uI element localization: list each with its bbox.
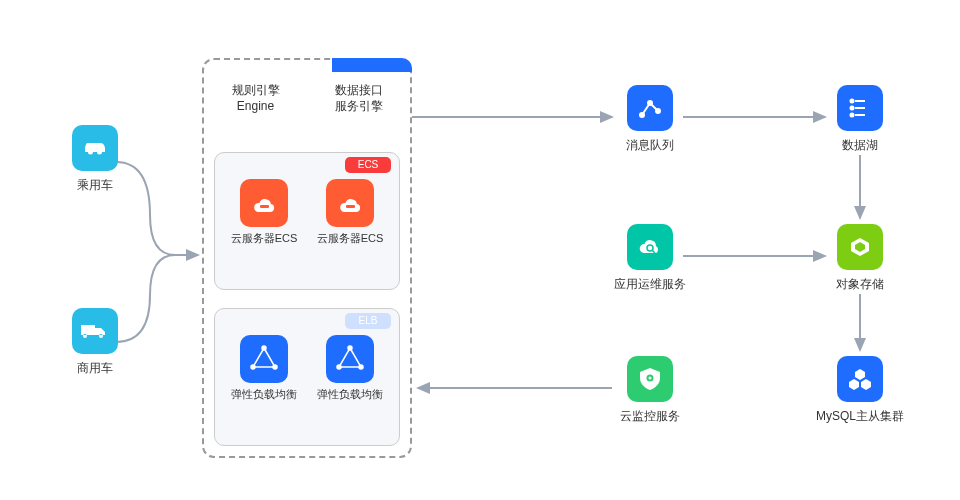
elb-item-1: 弹性负载均衡 xyxy=(222,335,307,437)
node-ces-label: 云监控服务 xyxy=(620,408,680,425)
node-obs: 对象存储 xyxy=(815,224,905,293)
ecs-tag: ECS xyxy=(345,157,391,173)
header-right-line2: 服务引擎 xyxy=(335,99,383,113)
node-aom-label: 应用运维服务 xyxy=(614,276,686,293)
aom-icon xyxy=(627,224,673,270)
svg-point-8 xyxy=(337,365,341,369)
svg-marker-21 xyxy=(849,379,859,390)
header-left-line1: 规则引擎 xyxy=(232,83,280,97)
svg-point-14 xyxy=(851,114,854,117)
svg-point-19 xyxy=(649,377,652,380)
node-data-store: 数据湖 xyxy=(815,85,905,154)
svg-point-12 xyxy=(851,100,854,103)
svg-point-4 xyxy=(273,365,277,369)
elb-item-2: 弹性负载均衡 xyxy=(308,335,393,437)
node-data-store-label: 数据湖 xyxy=(842,137,878,154)
svg-marker-22 xyxy=(861,379,871,390)
load-balancer-icon xyxy=(326,335,374,383)
svg-marker-20 xyxy=(855,369,865,380)
elb-tag: ELB xyxy=(345,313,391,329)
load-balancer-icon xyxy=(240,335,288,383)
cloud-server-icon xyxy=(326,179,374,227)
node-ces: 云监控服务 xyxy=(605,356,695,425)
ecs-item-2: 云服务器ECS xyxy=(308,179,393,281)
truck-icon xyxy=(72,308,118,354)
elb-item-1-label: 弹性负载均衡 xyxy=(231,387,297,402)
svg-point-5 xyxy=(251,365,255,369)
svg-point-6 xyxy=(348,346,352,350)
svg-point-7 xyxy=(359,365,363,369)
svg-point-3 xyxy=(262,346,266,350)
main-container-tab xyxy=(332,58,412,72)
node-car-label: 乘用车 xyxy=(77,177,113,194)
mysql-cluster-icon xyxy=(837,356,883,402)
node-truck: 商用车 xyxy=(50,308,140,377)
ecs-item-2-label: 云服务器ECS xyxy=(317,231,384,246)
ces-icon xyxy=(627,356,673,402)
elb-item-2-label: 弹性负载均衡 xyxy=(317,387,383,402)
main-container: 规则引擎 Engine 数据接口 服务引擎 ECS 云服务器ECS 云服务器EC… xyxy=(202,58,412,458)
svg-point-13 xyxy=(851,107,854,110)
header-left-line2: Engine xyxy=(237,99,274,113)
msg-queue-icon xyxy=(627,85,673,131)
node-mysql: MySQL主从集群 xyxy=(815,356,905,425)
car-icon xyxy=(72,125,118,171)
ecs-item-1: 云服务器ECS xyxy=(222,179,307,281)
main-container-header: 规则引擎 Engine 数据接口 服务引擎 xyxy=(204,82,410,114)
node-msg-queue: 消息队列 xyxy=(605,85,695,154)
ecs-item-1-label: 云服务器ECS xyxy=(231,231,298,246)
svg-rect-2 xyxy=(346,205,355,208)
cloud-server-icon xyxy=(240,179,288,227)
svg-rect-1 xyxy=(260,205,269,208)
node-car: 乘用车 xyxy=(50,125,140,194)
header-right-line1: 数据接口 xyxy=(335,83,383,97)
ecs-group: ECS 云服务器ECS 云服务器ECS xyxy=(214,152,400,290)
node-aom: 应用运维服务 xyxy=(605,224,695,293)
obs-icon xyxy=(837,224,883,270)
elb-group: ELB 弹性负载均衡 弹性负载均衡 xyxy=(214,308,400,446)
node-obs-label: 对象存储 xyxy=(836,276,884,293)
node-truck-label: 商用车 xyxy=(77,360,113,377)
node-mysql-label: MySQL主从集群 xyxy=(816,408,904,425)
node-msg-queue-label: 消息队列 xyxy=(626,137,674,154)
data-store-icon xyxy=(837,85,883,131)
